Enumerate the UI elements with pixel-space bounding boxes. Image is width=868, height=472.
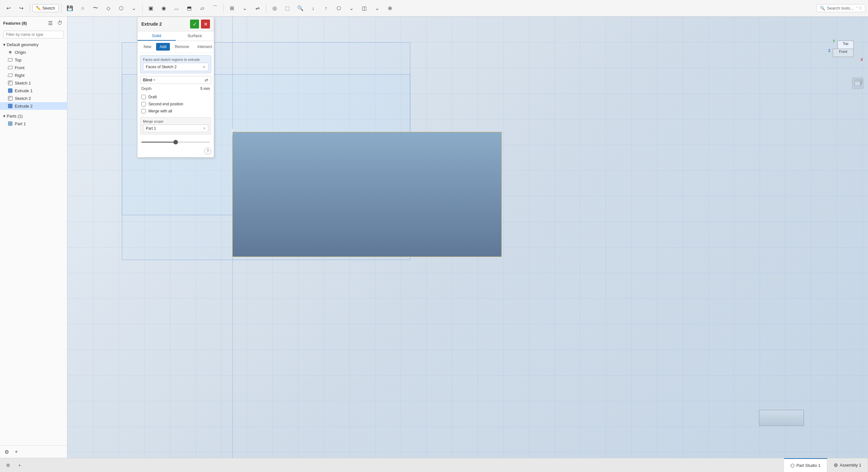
merge-scope-clear[interactable]: × (203, 126, 206, 131)
shell-button[interactable]: ▱ (196, 3, 208, 14)
depth-value[interactable]: 5 mm (200, 87, 210, 91)
right-label: Right (15, 73, 24, 78)
shape-tool-button[interactable]: ◇ (102, 3, 114, 14)
extrude-button[interactable]: ▣ (145, 3, 157, 14)
merge-scope-value-row[interactable]: Part 1 × (143, 125, 208, 132)
view-more-button[interactable]: ⌄ (372, 3, 383, 14)
mini-part-preview (759, 410, 804, 426)
toggle-visibility-button[interactable]: ☰ (46, 19, 54, 27)
tree-item-sketch2[interactable]: Sketch 2 (0, 95, 67, 102)
faces-value-row[interactable]: Faces of Sketch 2 × (143, 63, 208, 71)
sketch-button[interactable]: ✏️ Sketch (32, 4, 59, 12)
tree-item-front[interactable]: Front (0, 64, 67, 71)
solid-tool-button[interactable]: ⬡ (115, 3, 127, 14)
mirror-button[interactable]: ⇌ (252, 3, 264, 14)
draft-checkbox[interactable] (142, 95, 146, 99)
merge-scope-value: Part 1 (146, 126, 156, 131)
measure-button[interactable]: ◎ (269, 3, 280, 14)
curve-tool-button[interactable]: 〜 (90, 3, 101, 14)
import-button[interactable]: ↓ (307, 3, 319, 14)
extrude1-label: Extrude 1 (15, 89, 33, 93)
merge-all-row: Merge with all (137, 108, 214, 115)
tree-item-sketch1[interactable]: Sketch 1 (0, 79, 67, 87)
confirm-button[interactable]: ✓ (190, 20, 199, 29)
more-tool-button[interactable]: ⌄ (128, 3, 140, 14)
sketch2-icon (8, 96, 13, 101)
view-cube-icon[interactable] (852, 77, 864, 89)
depth-slider[interactable] (142, 141, 210, 143)
grid-button[interactable]: ⊞ (226, 3, 238, 14)
inspect-button[interactable]: 🔍 (294, 3, 306, 14)
sketch-pencil-icon: ✏️ (36, 6, 41, 10)
subtab-add[interactable]: Add (156, 43, 170, 50)
subtab-intersect[interactable]: Intersect (194, 43, 216, 50)
loft-button[interactable]: ⬒ (184, 3, 195, 14)
toolbar-separator-4 (223, 4, 224, 13)
tabbar-add-tab-button[interactable]: + (15, 461, 24, 470)
search-tools-container[interactable]: 🔍 Search tools... ⌃ C (816, 4, 865, 12)
features-header-icons: ☰ ⏱ (46, 19, 64, 27)
cancel-button[interactable]: ✕ (201, 20, 210, 29)
tree-item-top[interactable]: Top (0, 56, 67, 64)
depth-label: Depth (142, 87, 152, 91)
export-button[interactable]: ↑ (320, 3, 332, 14)
tree-item-part1[interactable]: Part 1 (0, 120, 67, 128)
sidebar-settings-button[interactable]: ⚙ (3, 448, 11, 456)
sidebar-bottom-toolbar: ⚙ + (0, 445, 67, 458)
merge-all-checkbox[interactable] (142, 109, 146, 113)
subtab-new[interactable]: New (140, 43, 155, 50)
nav-cube-front-face[interactable]: Front (833, 49, 854, 57)
sidebar-add-button[interactable]: + (12, 448, 21, 456)
tree-item-extrude2[interactable]: Extrude 2 (0, 102, 67, 110)
assembly-icon: ⚙ (834, 462, 838, 468)
merge-scope-section: Merge scope Part 1 × (140, 117, 211, 134)
front-plane-icon (8, 65, 13, 70)
second-end-checkbox[interactable] (142, 102, 146, 106)
sweep-button[interactable]: ⌓ (171, 3, 182, 14)
top-label: Top (15, 58, 22, 62)
tab-solid[interactable]: Solid (137, 31, 176, 41)
top-plane-icon (8, 57, 13, 62)
circle-tool-button[interactable]: ○ (77, 3, 89, 14)
history-button[interactable]: ⏱ (56, 19, 64, 27)
plus-button[interactable]: ⊕ (384, 3, 396, 14)
svg-rect-0 (855, 81, 860, 86)
nav-cube-top-face[interactable]: Top (838, 41, 854, 49)
display-more-button[interactable]: ⌄ (346, 3, 358, 14)
save-button[interactable]: 💾 (64, 3, 75, 14)
front-plane-shape (8, 66, 13, 69)
flip-direction-button[interactable]: ⇄ (205, 77, 208, 82)
section-button[interactable]: ⬚ (282, 3, 293, 14)
tree-item-origin[interactable]: Origin (0, 48, 67, 56)
faces-clear-button[interactable]: × (203, 64, 206, 69)
display-button[interactable]: ⬡ (333, 3, 345, 14)
subtab-remove[interactable]: Remove (171, 43, 193, 50)
tree-item-extrude1[interactable]: Extrude 1 (0, 87, 67, 95)
filter-input[interactable] (3, 31, 64, 38)
default-geometry-header[interactable]: ▾ Default geometry (0, 41, 67, 48)
fillet-button[interactable]: ⌒ (209, 3, 221, 14)
axis-x-label: X (861, 58, 863, 62)
revolve-button[interactable]: ◉ (158, 3, 169, 14)
undo-button[interactable]: ↩ (3, 3, 14, 14)
tabbar-settings-button[interactable]: ⚙ (3, 461, 13, 470)
toolbar: ↩ ↪ ✏️ Sketch 💾 ○ 〜 ◇ ⬡ ⌄ ▣ ◉ ⌓ ⬒ ▱ ⌒ ⊞ … (0, 0, 868, 16)
tab-assembly[interactable]: ⚙ Assembly 1 (827, 458, 868, 472)
extruded-body-top (232, 132, 502, 257)
panel-main-tabs: Solid Surface (137, 31, 214, 41)
view-button[interactable]: ◫ (359, 3, 370, 14)
second-end-label: Second end position (148, 102, 183, 106)
faces-value: Faces of Sketch 2 (146, 65, 177, 69)
parts-header[interactable]: ▾ Parts (1) (0, 112, 67, 120)
help-button[interactable]: ? (204, 147, 211, 155)
viewport[interactable]: ↑| Y Z Top Front X (67, 16, 868, 458)
tree-item-right[interactable]: Right (0, 71, 67, 79)
chevron-down-icon: ▾ (3, 42, 5, 47)
search-icon: 🔍 (820, 6, 825, 10)
tabbar-left-controls: ⚙ + (0, 458, 28, 472)
grid-more-button[interactable]: ⌄ (239, 3, 251, 14)
tab-surface[interactable]: Surface (176, 31, 214, 41)
blind-select[interactable]: Blind ▾ ⇄ (140, 76, 211, 84)
tab-part-studio[interactable]: ⬡ Part Studio 1 (784, 458, 827, 472)
redo-button[interactable]: ↪ (16, 3, 27, 14)
